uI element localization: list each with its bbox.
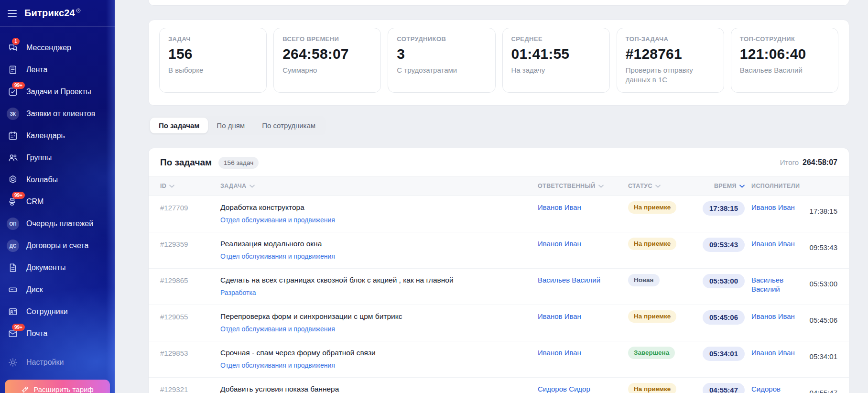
executor-time: 05:53:00 — [810, 275, 837, 294]
tab-by-employees[interactable]: По сотрудникам — [253, 118, 324, 133]
task-group-link[interactable]: Отдел обслуживания и продвижения — [220, 361, 335, 369]
responsible-link[interactable]: Иванов Иван — [538, 349, 581, 357]
task-title[interactable]: Реализация модального окна — [220, 239, 531, 248]
stat-card-4: ТОП-ЗАДАЧА #128761 Проверить отправку да… — [617, 28, 724, 93]
status-badge: На приемке — [628, 238, 676, 250]
executors-cell: Сидоров Сидор 04:55:47 — [751, 384, 837, 393]
stat-card-value: 156 — [168, 46, 258, 62]
status-cell: На приемке — [628, 238, 688, 250]
stat-card-label: СОТРУДНИКОВ — [397, 35, 486, 43]
executor-time: 17:38:15 — [810, 203, 837, 215]
time-pill: 09:53:43 — [703, 238, 745, 252]
task-title[interactable]: Перепроверка форм и синхронизации с црм … — [220, 312, 531, 321]
sidebar-item-documents[interactable]: Документы — [0, 257, 115, 279]
sidebar-item-collabs[interactable]: Коллабы — [0, 169, 115, 191]
sidebar-item-feed[interactable]: Лента — [0, 59, 115, 81]
column-header-time[interactable]: ВРЕМЯ — [694, 183, 745, 189]
column-header-responsible[interactable]: ОТВЕТСТВЕННЫЙ — [538, 183, 621, 189]
table-row[interactable]: #129321 Добавить условия показа баннера … — [149, 378, 849, 393]
responsible-cell: Васильев Василий — [538, 275, 621, 284]
sidebar-item-crm[interactable]: 99+ CRM — [0, 191, 115, 213]
responsible-link[interactable]: Иванов Иван — [538, 203, 581, 211]
executors-cell: Иванов Иван 05:45:06 — [751, 312, 837, 324]
feed-icon — [7, 64, 19, 76]
sidebar-item-label: Договоры и счета — [26, 241, 88, 250]
sidebar-item-label: Задачи и Проекты — [26, 87, 91, 96]
status-badge: Новая — [628, 274, 660, 286]
app-window: Битрикс24 1 Мессенджер Лента 99+ Задачи … — [0, 0, 868, 393]
notification-badge: 1 — [12, 38, 20, 45]
task-group-link[interactable]: Отдел обслуживания и продвижения — [220, 325, 335, 333]
table-row[interactable]: #129055 Перепроверка форм и синхронизаци… — [149, 305, 849, 341]
sidebar-item-employees[interactable]: Сотрудники — [0, 301, 115, 323]
sidebar-item-settings[interactable]: Настройки — [0, 351, 115, 373]
table-row[interactable]: #129359 Реализация модального окна Отдел… — [149, 232, 849, 269]
executors-cell: Иванов Иван 09:53:43 — [751, 239, 837, 251]
task-id: #129321 — [160, 384, 214, 393]
status-badge: На приемке — [628, 310, 676, 323]
sidebar-item-tasks[interactable]: 99+ Задачи и Проекты — [0, 81, 115, 103]
sort-chevron-icon — [739, 185, 745, 188]
executor-link[interactable]: Иванов Иван — [751, 312, 795, 324]
sidebar-item-payments-queue[interactable]: ОП Очередь платежей — [0, 213, 115, 235]
responsible-link[interactable]: Иванов Иван — [538, 312, 581, 320]
executors-cell: Васильев Василий 05:53:00 — [751, 275, 837, 294]
app-logo[interactable]: Битрикс24 — [24, 8, 81, 19]
task-group-link[interactable]: Отдел обслуживания и продвижения — [220, 216, 335, 224]
responsible-link[interactable]: Иванов Иван — [538, 240, 581, 248]
sidebar-item-messenger[interactable]: 1 Мессенджер — [0, 37, 115, 59]
table-row[interactable]: #127709 Доработка конструктора Отдел обс… — [149, 196, 849, 232]
stat-card-label: СРЕДНЕЕ — [511, 35, 601, 43]
sidebar-item-contracts[interactable]: ДС Договоры и счета — [0, 235, 115, 257]
contracts-icon: ДС — [7, 240, 19, 252]
main-content: ЗАДАЧ 156 В выборке ВСЕГО ВРЕМЕНИ 264:58… — [115, 0, 868, 393]
sidebar-item-label: Коллабы — [26, 175, 58, 184]
task-title[interactable]: Срочная - спам через форму обратной связ… — [220, 348, 531, 357]
sidebar-item-client-requests[interactable]: ЗК Заявки от клиентов — [0, 103, 115, 125]
sidebar-item-disk[interactable]: Диск — [0, 279, 115, 301]
stat-card-value: 3 — [397, 46, 486, 62]
task-group-link[interactable]: Отдел обслуживания и продвижения — [220, 252, 335, 260]
task-id: #129865 — [160, 275, 214, 284]
task-title[interactable]: Доработка конструктора — [220, 203, 531, 212]
table-row[interactable]: #129853 Срочная - спам через форму обрат… — [149, 341, 849, 378]
table-row[interactable]: #129865 Сделать на всех страницах сквозн… — [149, 269, 849, 305]
task-cell: Доработка конструктора Отдел обслуживани… — [220, 203, 531, 224]
gear-icon — [7, 356, 19, 369]
task-id: #129055 — [160, 312, 214, 321]
executor-link[interactable]: Иванов Иван — [751, 203, 795, 215]
task-cell: Добавить условия показа баннера Отдел об… — [220, 384, 531, 393]
column-header-id[interactable]: ID — [160, 183, 214, 189]
stat-card-5: ТОП-СОТРУДНИК 121:06:40 Васильев Василий — [731, 28, 838, 93]
stat-card-label: ЗАДАЧ — [168, 35, 258, 43]
responsible-link[interactable]: Васильев Василий — [538, 276, 600, 284]
sidebar-menu: 1 Мессенджер Лента 99+ Задачи и Проекты … — [0, 27, 115, 373]
status-cell: На приемке — [628, 383, 688, 393]
task-group-link[interactable]: Разработка — [220, 289, 256, 296]
executor-link[interactable]: Иванов Иван — [751, 239, 795, 251]
responsible-link[interactable]: Сидоров Сидор — [538, 385, 590, 393]
executor-link[interactable]: Васильев Василий — [751, 275, 795, 294]
column-header-task[interactable]: ЗАДАЧА — [220, 183, 531, 189]
column-header-status[interactable]: СТАТУС — [628, 183, 688, 189]
task-title[interactable]: Добавить условия показа баннера — [220, 384, 531, 393]
report-tabs: По задачам По дням По сотрудникам — [148, 116, 326, 135]
sidebar-item-mail[interactable]: 99+ Почта — [0, 323, 115, 345]
task-cell: Перепроверка форм и синхронизации с црм … — [220, 312, 531, 333]
stat-card-3: СРЕДНЕЕ 01:41:55 На задачу — [502, 28, 610, 93]
crm-icon: 99+ — [7, 196, 19, 208]
executor-link[interactable]: Иванов Иван — [751, 348, 795, 360]
collabs-icon — [7, 174, 19, 186]
stat-card-sublabel: Васильев Василий — [740, 66, 829, 75]
tab-by-days[interactable]: По дням — [208, 118, 253, 133]
upgrade-plan-button[interactable]: Расширить тариф — [5, 380, 110, 393]
executor-link[interactable]: Сидоров Сидор — [751, 384, 795, 393]
sidebar-item-label: Лента — [26, 66, 47, 74]
disk-icon — [7, 284, 19, 296]
sidebar-item-calendar[interactable]: Календарь — [0, 125, 115, 147]
task-title[interactable]: Сделать на всех страницах сквозной блок … — [220, 275, 531, 284]
hamburger-menu-icon[interactable] — [8, 10, 17, 17]
sidebar-item-groups[interactable]: Группы — [0, 147, 115, 169]
tab-by-tasks[interactable]: По задачам — [150, 118, 208, 133]
responsible-cell: Иванов Иван — [538, 312, 621, 321]
